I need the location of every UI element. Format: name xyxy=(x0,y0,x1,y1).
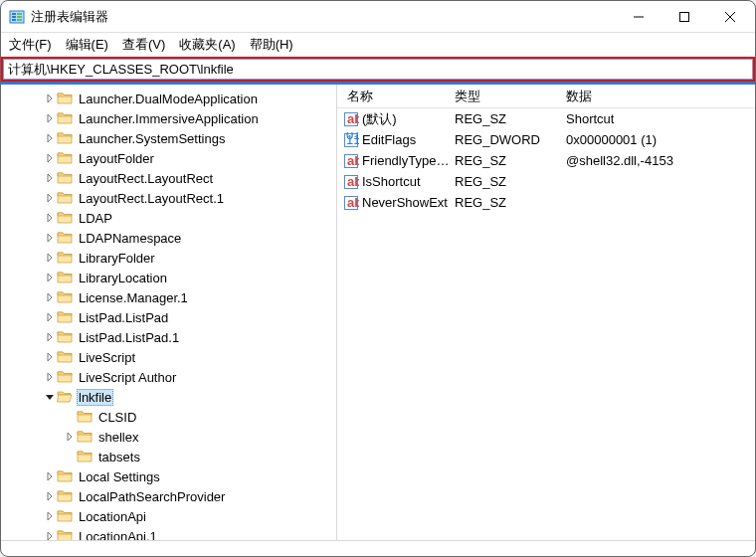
chevron-right-icon[interactable] xyxy=(43,512,57,520)
chevron-right-icon[interactable] xyxy=(43,532,57,540)
chevron-right-icon[interactable] xyxy=(43,492,57,500)
chevron-right-icon[interactable] xyxy=(43,254,57,262)
tree-item-label: LiveScript Author xyxy=(77,370,178,385)
tree-item-librarylocation[interactable]: LibraryLocation xyxy=(1,268,336,287)
string-value-icon: ab xyxy=(343,195,359,211)
chevron-right-icon[interactable] xyxy=(43,274,57,281)
tree-item-label: lnkfile xyxy=(77,389,113,406)
header-data[interactable]: 数据 xyxy=(566,88,755,105)
address-input[interactable] xyxy=(3,59,753,80)
tree-item-local-settings[interactable]: Local Settings xyxy=(1,466,336,486)
value-row[interactable]: ab(默认)REG_SZShortcut xyxy=(337,108,755,129)
value-row[interactable]: abNeverShowExtREG_SZ xyxy=(337,192,755,213)
chevron-right-icon[interactable] xyxy=(43,234,57,242)
folder-icon xyxy=(57,329,73,345)
tree-item-localpathsearchprovider[interactable]: LocalPathSearchProvider xyxy=(1,486,336,506)
tree-item-label: CLSID xyxy=(96,410,138,425)
tree-item-launcher-immersiveapplication[interactable]: Launcher.ImmersiveApplication xyxy=(1,108,336,128)
chevron-right-icon[interactable] xyxy=(43,194,57,202)
chevron-right-icon[interactable] xyxy=(43,333,57,341)
header-name[interactable]: 名称 xyxy=(337,88,455,105)
menu-help[interactable]: 帮助(H) xyxy=(250,36,293,54)
tree-item-lnkfile[interactable]: lnkfile xyxy=(1,387,336,407)
tree-item-clsid[interactable]: CLSID xyxy=(1,407,336,427)
svg-rect-6 xyxy=(17,19,22,21)
chevron-right-icon[interactable] xyxy=(43,214,57,222)
values-pane[interactable]: 名称 类型 数据 ab(默认)REG_SZShortcut011110EditF… xyxy=(337,85,755,540)
folder-icon xyxy=(57,91,73,106)
svg-rect-1 xyxy=(12,13,16,15)
values-header[interactable]: 名称 类型 数据 xyxy=(337,85,755,108)
tree-item-locationapi[interactable]: LocationApi xyxy=(1,506,336,526)
chevron-right-icon[interactable] xyxy=(43,293,57,301)
value-name: FriendlyTypeN... xyxy=(362,153,455,168)
tree-item-layoutrect-layoutrect-1[interactable]: LayoutRect.LayoutRect.1 xyxy=(1,188,336,208)
chevron-down-icon[interactable] xyxy=(43,393,57,401)
value-data: Shortcut xyxy=(566,111,755,126)
tree-item-tabsets[interactable]: tabsets xyxy=(1,447,336,466)
chevron-right-icon[interactable] xyxy=(43,94,57,102)
folder-icon xyxy=(57,349,73,365)
folder-icon xyxy=(57,230,73,246)
folder-icon xyxy=(57,110,73,126)
tree-item-ldap[interactable]: LDAP xyxy=(1,208,336,228)
tree-item-shellex[interactable]: shellex xyxy=(1,427,336,447)
chevron-right-icon[interactable] xyxy=(43,154,57,162)
tree-item-locationapi-1[interactable]: LocationApi.1 xyxy=(1,526,336,540)
tree-item-launcher-dualmodeapplication[interactable]: Launcher.DualModeApplication xyxy=(1,89,336,108)
value-name: (默认) xyxy=(362,110,397,128)
chevron-right-icon[interactable] xyxy=(43,373,57,381)
tree-item-label: License.Manager.1 xyxy=(77,290,190,305)
menu-file[interactable]: 文件(F) xyxy=(9,36,52,54)
menu-edit[interactable]: 编辑(E) xyxy=(66,36,108,54)
chevron-right-icon[interactable] xyxy=(63,433,77,441)
menubar: 文件(F) 编辑(E) 查看(V) 收藏夹(A) 帮助(H) xyxy=(1,33,755,57)
folder-icon xyxy=(57,528,73,540)
tree-item-layoutrect-layoutrect[interactable]: LayoutRect.LayoutRect xyxy=(1,168,336,188)
header-type[interactable]: 类型 xyxy=(455,88,566,105)
string-value-icon: ab xyxy=(343,153,359,169)
chevron-right-icon[interactable] xyxy=(43,114,57,122)
folder-icon xyxy=(57,190,73,206)
chevron-right-icon[interactable] xyxy=(43,353,57,361)
folder-icon xyxy=(77,409,93,425)
folder-icon xyxy=(57,130,73,146)
titlebar[interactable]: 注册表编辑器 xyxy=(1,1,755,33)
chevron-right-icon[interactable] xyxy=(43,472,57,480)
tree-item-label: Launcher.DualModeApplication xyxy=(77,92,260,106)
svg-rect-2 xyxy=(12,16,16,18)
folder-icon xyxy=(57,289,73,305)
registry-editor-window: 注册表编辑器 文件(F) 编辑(E) 查看(V) 收藏夹(A) 帮助(H) La… xyxy=(0,0,756,557)
tree-item-launcher-systemsettings[interactable]: Launcher.SystemSettings xyxy=(1,128,336,148)
tree-item-livescript-author[interactable]: LiveScript Author xyxy=(1,367,336,387)
tree-item-ldapnamespace[interactable]: LDAPNamespace xyxy=(1,228,336,248)
svg-text:ab: ab xyxy=(347,153,359,168)
folder-icon xyxy=(57,508,73,524)
chevron-right-icon[interactable] xyxy=(43,134,57,142)
value-row[interactable]: abFriendlyTypeN...REG_SZ@shell32.dll,-41… xyxy=(337,150,755,171)
menu-favorites[interactable]: 收藏夹(A) xyxy=(179,36,235,54)
tree-item-label: LocationApi.1 xyxy=(77,529,159,541)
tree-item-license-manager-1[interactable]: License.Manager.1 xyxy=(1,287,336,307)
statusbar xyxy=(1,540,755,556)
chevron-right-icon[interactable] xyxy=(43,174,57,182)
tree-item-label: Launcher.SystemSettings xyxy=(77,131,227,146)
minimize-button[interactable] xyxy=(616,2,662,32)
maximize-button[interactable] xyxy=(662,2,707,32)
value-row[interactable]: abIsShortcutREG_SZ xyxy=(337,171,755,192)
chevron-right-icon[interactable] xyxy=(43,313,57,321)
tree-pane[interactable]: Launcher.DualModeApplicationLauncher.Imm… xyxy=(1,85,337,540)
tree-item-label: LayoutFolder xyxy=(77,151,156,166)
svg-text:ab: ab xyxy=(347,195,359,210)
tree-item-listpad-listpad-1[interactable]: ListPad.ListPad.1 xyxy=(1,327,336,347)
close-button[interactable] xyxy=(707,2,753,32)
menu-view[interactable]: 查看(V) xyxy=(122,36,165,54)
tree-item-listpad-listpad[interactable]: ListPad.ListPad xyxy=(1,307,336,327)
tree-item-layoutfolder[interactable]: LayoutFolder xyxy=(1,148,336,168)
svg-text:ab: ab xyxy=(347,174,359,189)
tree-item-livescript[interactable]: LiveScript xyxy=(1,347,336,367)
tree-item-libraryfolder[interactable]: LibraryFolder xyxy=(1,248,336,268)
window-title: 注册表编辑器 xyxy=(31,8,108,26)
value-row[interactable]: 011110EditFlagsREG_DWORD0x00000001 (1) xyxy=(337,129,755,150)
binary-value-icon: 011110 xyxy=(343,132,359,148)
